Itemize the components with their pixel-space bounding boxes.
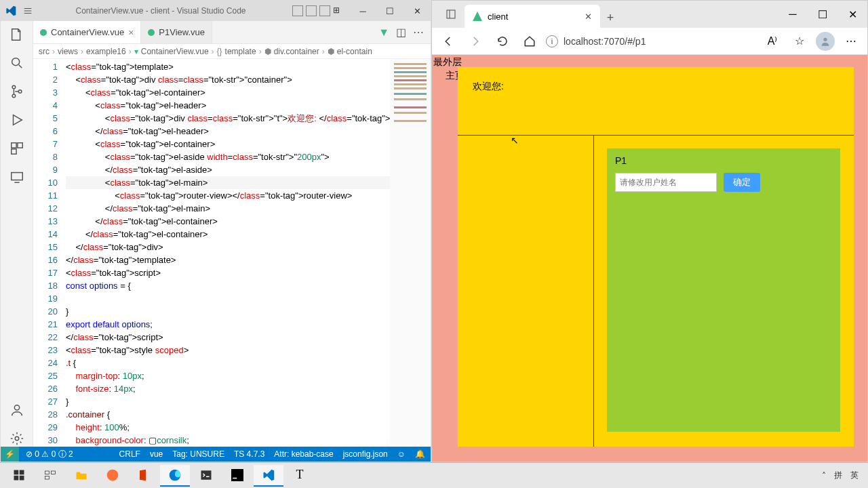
- svg-rect-22: [231, 469, 243, 481]
- svg-point-2: [12, 94, 16, 98]
- svg-rect-4: [11, 143, 16, 148]
- back-button[interactable]: [437, 30, 459, 52]
- minimize-button[interactable]: ─: [349, 6, 376, 16]
- problems-indicator[interactable]: ⊘ 0 ⚠ 0 ⓘ 2: [26, 449, 73, 460]
- system-tray: ˄ 拼 英: [822, 470, 864, 481]
- activity-bar: [1, 21, 33, 447]
- eol-indicator[interactable]: CRLF: [119, 449, 140, 459]
- explorer-icon[interactable]: [9, 26, 25, 43]
- window-title: ContainerView.vue - client - Visual Stud…: [35, 6, 287, 16]
- url-text: localhost:7070/#/p1: [564, 36, 646, 47]
- read-aloud-icon[interactable]: A⁾: [762, 30, 783, 52]
- jsconfig-indicator[interactable]: jsconfig.json: [343, 449, 388, 459]
- settings-icon[interactable]: [9, 430, 25, 447]
- extensions-icon[interactable]: [9, 140, 25, 157]
- close-button[interactable]: ✕: [403, 6, 431, 16]
- tag-indicator[interactable]: Tag: UNSURE: [172, 449, 224, 459]
- ime-indicator-2[interactable]: 英: [850, 470, 859, 481]
- start-button[interactable]: [4, 465, 34, 487]
- line-gutter: 1234567891011121314151617181920212223242…: [33, 59, 66, 447]
- minimize-button[interactable]: ─: [778, 1, 808, 28]
- bell-icon[interactable]: 🔔: [415, 449, 425, 459]
- feedback-icon[interactable]: ☺: [397, 449, 406, 459]
- tab-containerview[interactable]: ContainerView.vue ×: [33, 21, 141, 43]
- svg-point-1: [12, 85, 16, 89]
- svg-rect-23: [233, 477, 237, 479]
- lang-indicator[interactable]: vue: [150, 449, 163, 459]
- confirm-button[interactable]: 确定: [724, 173, 760, 192]
- vscode-button[interactable]: [254, 465, 283, 487]
- browser-tab-client[interactable]: client ✕: [465, 5, 600, 28]
- svg-rect-5: [17, 143, 22, 148]
- svg-rect-18: [45, 476, 50, 479]
- breadcrumb[interactable]: src› views› example16› ▾ContainerView.vu…: [33, 44, 431, 59]
- scm-icon[interactable]: [9, 83, 25, 100]
- welcome-text: 欢迎您:: [473, 81, 504, 93]
- panel-bottom-icon[interactable]: [306, 5, 317, 16]
- attr-indicator[interactable]: Attr: kebab-case: [274, 449, 333, 459]
- code-content[interactable]: <class="tok-tag">template> <class="tok-t…: [66, 59, 390, 447]
- search-icon[interactable]: [9, 55, 25, 71]
- remote-icon[interactable]: [9, 169, 25, 185]
- tab-label: P1View.vue: [159, 27, 205, 37]
- svg-point-3: [18, 90, 22, 94]
- intellij-button[interactable]: [222, 465, 252, 487]
- close-icon[interactable]: ✕: [585, 12, 592, 22]
- panel-left-icon[interactable]: [292, 5, 303, 16]
- vue-favicon-icon: [473, 12, 482, 21]
- forward-button[interactable]: [465, 30, 486, 52]
- home-button[interactable]: [519, 30, 540, 52]
- tray-chevron-icon[interactable]: ˄: [822, 471, 826, 481]
- edge-button[interactable]: [160, 465, 190, 487]
- maximize-button[interactable]: ☐: [808, 1, 837, 28]
- maximize-button[interactable]: ☐: [376, 6, 403, 16]
- terminal-button[interactable]: [191, 465, 221, 487]
- p1-panel: P1 确定: [607, 148, 840, 432]
- text-app-button[interactable]: T: [285, 465, 315, 487]
- browser-toolbar: i localhost:7070/#/p1 A⁾ ☆ ⋯: [432, 28, 867, 55]
- close-button[interactable]: ✕: [837, 1, 867, 28]
- code-editor[interactable]: 1234567891011121314151617181920212223242…: [33, 59, 431, 447]
- menu-icon[interactable]: ⋯: [840, 30, 862, 52]
- divider-horizontal: [458, 135, 854, 136]
- office-button[interactable]: [129, 465, 159, 487]
- svg-point-19: [107, 469, 119, 481]
- vscode-window: ContainerView.vue - client - Visual Stud…: [0, 0, 431, 462]
- ts-indicator[interactable]: TS 4.7.3: [234, 449, 264, 459]
- svg-rect-15: [20, 475, 24, 480]
- p1-title: P1: [615, 155, 832, 166]
- svg-rect-12: [14, 470, 19, 474]
- site-info-icon[interactable]: i: [546, 35, 558, 47]
- panel-right-icon[interactable]: [319, 5, 330, 16]
- vue-devtools-icon[interactable]: ▼: [378, 26, 389, 39]
- tab-label: ContainerView.vue: [51, 27, 124, 37]
- profile-avatar[interactable]: [816, 32, 835, 51]
- new-tab-button[interactable]: +: [600, 7, 620, 28]
- close-icon[interactable]: ×: [128, 27, 134, 38]
- menu-icon[interactable]: [21, 6, 35, 16]
- svg-rect-7: [11, 173, 22, 180]
- account-icon[interactable]: [9, 402, 25, 418]
- svg-rect-14: [14, 475, 19, 480]
- layout-controls: ⊞: [287, 5, 349, 16]
- tab-actions-icon[interactable]: [437, 1, 465, 28]
- firefox-button[interactable]: [98, 465, 127, 487]
- task-view-button[interactable]: [35, 465, 65, 487]
- minimap[interactable]: [390, 59, 431, 447]
- more-icon[interactable]: ⋯: [413, 26, 424, 39]
- vscode-titlebar: ContainerView.vue - client - Visual Stud…: [1, 1, 431, 21]
- svg-point-9: [15, 436, 19, 441]
- remote-indicator[interactable]: ⚡: [1, 447, 19, 462]
- layout-icon[interactable]: ⊞: [333, 5, 344, 16]
- cursor-icon: ↖: [511, 135, 519, 146]
- editor-tabs: ContainerView.vue × P1View.vue ▼ ◫ ⋯: [33, 21, 431, 44]
- username-input[interactable]: [615, 173, 717, 192]
- debug-icon[interactable]: [9, 112, 25, 128]
- reload-button[interactable]: [492, 30, 513, 52]
- address-bar[interactable]: i localhost:7070/#/p1: [546, 35, 756, 47]
- favorites-icon[interactable]: ☆: [789, 30, 810, 52]
- tab-p1view[interactable]: P1View.vue: [141, 21, 212, 43]
- split-editor-icon[interactable]: ◫: [396, 26, 406, 39]
- ime-indicator-1[interactable]: 拼: [834, 470, 842, 481]
- file-explorer-button[interactable]: [66, 465, 96, 487]
